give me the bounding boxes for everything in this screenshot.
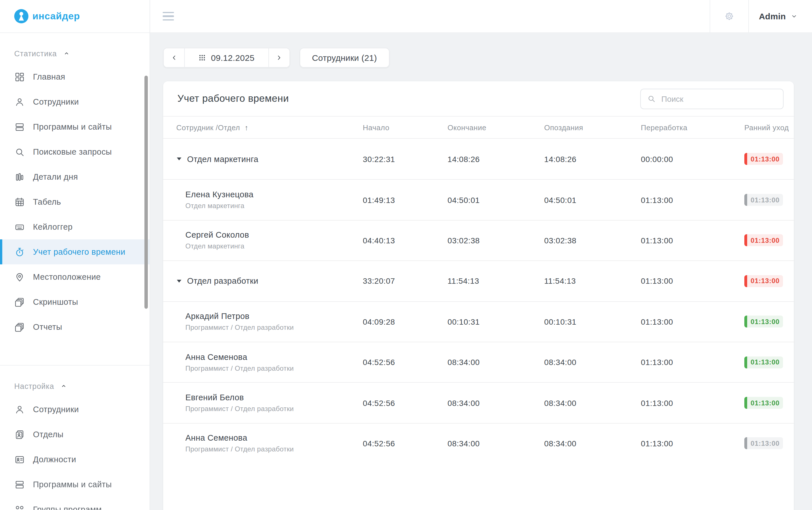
badge-bar bbox=[744, 316, 747, 328]
cell-late: 11:54:13 bbox=[544, 277, 641, 286]
col-end[interactable]: Окончание bbox=[447, 123, 544, 131]
sidebar-item-gruppy-programm[interactable]: Группы программ bbox=[0, 497, 149, 510]
cell-overtime: 01:13:00 bbox=[641, 358, 744, 367]
next-day-button[interactable] bbox=[269, 48, 289, 67]
early-leave-badge: 01:13:00 bbox=[744, 438, 783, 449]
sidebar-items: Сотрудники Отделы Должности Программы и … bbox=[0, 397, 149, 510]
col-overtime[interactable]: Переработка bbox=[641, 123, 744, 131]
cell-name: Елена Кузнецова Отдел маркетинга bbox=[163, 180, 363, 220]
department-row[interactable]: Отдел разработки 33:20:07 11:54:13 11:54… bbox=[163, 261, 794, 301]
cell-start: 04:52:56 bbox=[363, 439, 447, 448]
settings-button[interactable] bbox=[709, 0, 749, 32]
row-name: Анна Семенова bbox=[185, 352, 294, 361]
col-start[interactable]: Начало bbox=[363, 123, 447, 131]
search-input[interactable] bbox=[640, 88, 784, 109]
early-leave-badge: 01:13:00 bbox=[744, 356, 783, 368]
chevron-up-icon bbox=[64, 51, 69, 56]
sidebar-item-programmy-i-sayty[interactable]: Программы и сайты bbox=[0, 114, 149, 139]
cell-late: 03:02:38 bbox=[544, 236, 641, 245]
user-menu[interactable]: Admin bbox=[749, 0, 812, 32]
hamburger-menu-icon[interactable] bbox=[163, 12, 174, 21]
row-name: Отдел маркетинга bbox=[187, 154, 258, 163]
employees-count-button[interactable]: Сотрудники (21) bbox=[299, 48, 389, 68]
cell-name: Сергей Соколов Отдел маркетинга bbox=[163, 220, 363, 261]
cell-overtime: 01:13:00 bbox=[641, 398, 744, 408]
col-late[interactable]: Опоздания bbox=[544, 123, 641, 131]
sidebar-item-otdely[interactable]: Отделы bbox=[0, 422, 149, 447]
early-leave-badge: 01:13:00 bbox=[744, 275, 783, 287]
collapse-triangle-icon[interactable] bbox=[177, 280, 181, 282]
employee-row[interactable]: Анна Семенова Программист / Отдел разраб… bbox=[163, 342, 794, 382]
employee-row[interactable]: Анна Семенова Программист / Отдел разраб… bbox=[163, 423, 794, 463]
cell-late: 00:10:31 bbox=[544, 317, 641, 326]
cell-name: Отдел маркетинга bbox=[163, 139, 363, 179]
cell-name: Аркадий Петров Программист / Отдел разра… bbox=[163, 302, 363, 342]
cell-late: 08:34:00 bbox=[544, 398, 641, 408]
early-leave-badge: 01:13:00 bbox=[744, 235, 783, 246]
sidebar: инсайдер Статистика Главная Сотрудники П… bbox=[0, 0, 150, 510]
early-leave-badge: 01:13:00 bbox=[744, 153, 783, 165]
row-subtitle: Программист / Отдел разработки bbox=[185, 364, 294, 372]
cell-end: 03:02:38 bbox=[447, 236, 544, 245]
sidebar-item-glavnaya[interactable]: Главная bbox=[0, 64, 149, 89]
cell-late: 08:34:00 bbox=[544, 439, 641, 448]
sidebar-item-tabel[interactable]: Табель bbox=[0, 189, 149, 214]
sidebar-item-keylogger[interactable]: Кейлоггер bbox=[0, 214, 149, 239]
row-subtitle: Программист / Отдел разработки bbox=[185, 324, 294, 332]
employee-row[interactable]: Евгений Белов Программист / Отдел разраб… bbox=[163, 382, 794, 423]
sidebar-divider bbox=[0, 365, 149, 366]
stopwatch-icon bbox=[14, 246, 25, 257]
sidebar-item-otchety[interactable]: Отчеты bbox=[0, 314, 149, 339]
employee-row[interactable]: Елена Кузнецова Отдел маркетинга 01:49:1… bbox=[163, 179, 794, 220]
sidebar-item-skrinshoty[interactable]: Скриншоты bbox=[0, 290, 149, 314]
user-icon bbox=[14, 96, 25, 107]
sidebar-item-detali-dnya[interactable]: Детали дня bbox=[0, 164, 149, 189]
cell-start: 04:52:56 bbox=[363, 358, 447, 367]
sidebar-section-header[interactable]: Настройка bbox=[14, 380, 135, 392]
employee-row[interactable]: Сергей Соколов Отдел маркетинга 04:40:13… bbox=[163, 220, 794, 261]
department-row[interactable]: Отдел маркетинга 30:22:31 14:08:26 14:08… bbox=[163, 139, 794, 179]
current-date: 09.12.2025 bbox=[211, 53, 255, 63]
sidebar-item-mestopolozhenie[interactable]: Местоположение bbox=[0, 264, 149, 290]
badge-value: 01:13:00 bbox=[744, 399, 783, 407]
chevron-up-icon bbox=[61, 383, 66, 389]
early-leave-badge: 01:13:00 bbox=[744, 397, 783, 409]
col-early-leave[interactable]: Ранний уход bbox=[744, 123, 783, 131]
row-name: Евгений Белов bbox=[185, 393, 294, 402]
sort-asc-icon: ↑ bbox=[244, 123, 249, 131]
sidebar-scrollbar-thumb[interactable] bbox=[144, 76, 148, 309]
cell-end: 00:10:31 bbox=[447, 317, 544, 326]
prev-day-button[interactable] bbox=[164, 48, 184, 67]
circles-icon bbox=[14, 504, 25, 510]
employee-row[interactable]: Аркадий Петров Программист / Отдел разра… bbox=[163, 301, 794, 342]
sidebar-item-sotrudniki-nastroyka[interactable]: Сотрудники bbox=[0, 397, 149, 422]
sidebar-item-sotrudniki[interactable]: Сотрудники bbox=[0, 89, 149, 114]
sidebar-item-dolzhnosti[interactable]: Должности bbox=[0, 447, 149, 472]
dashboard-icon bbox=[14, 71, 25, 82]
early-leave-badge: 01:13:00 bbox=[744, 316, 783, 328]
brand-name: инсайдер bbox=[32, 10, 80, 22]
sidebar-section-header[interactable]: Статистика bbox=[14, 48, 135, 59]
screen: инсайдер Статистика Главная Сотрудники П… bbox=[0, 0, 812, 510]
user-name: Admin bbox=[759, 11, 786, 21]
calendar-icon bbox=[14, 197, 25, 207]
collapse-triangle-icon[interactable] bbox=[177, 157, 181, 160]
logo[interactable]: инсайдер bbox=[0, 0, 149, 33]
keyboard-icon bbox=[14, 221, 25, 232]
topbar: Admin bbox=[150, 0, 812, 33]
date-nav: 09.12.2025 Сотрудники (21) bbox=[163, 48, 812, 68]
cell-overtime: 01:13:00 bbox=[641, 317, 744, 326]
badge-bar bbox=[744, 438, 747, 449]
sidebar-item-poiskovye-zaprosy[interactable]: Поисковые запросы bbox=[0, 139, 149, 164]
row-name: Аркадий Петров bbox=[185, 312, 294, 321]
table-header-row: Сотрудник /Отдел ↑ Начало Окончание Опоз… bbox=[163, 117, 794, 139]
cell-end: 14:08:26 bbox=[447, 154, 544, 163]
row-name: Анна Семенова bbox=[185, 433, 294, 443]
row-name: Сергей Соколов bbox=[185, 231, 249, 240]
topbar-right: Admin bbox=[709, 0, 812, 32]
col-employee-department[interactable]: Сотрудник /Отдел ↑ bbox=[163, 123, 363, 131]
sidebar-item-uchet-rabochego-vremeni[interactable]: Учет рабочего времени bbox=[0, 239, 149, 264]
date-picker-button[interactable]: 09.12.2025 bbox=[184, 48, 269, 67]
cell-early-leave: 01:13:00 bbox=[744, 316, 783, 328]
sidebar-item-programmy-i-sayty-nastroyka[interactable]: Программы и сайты bbox=[0, 472, 149, 497]
